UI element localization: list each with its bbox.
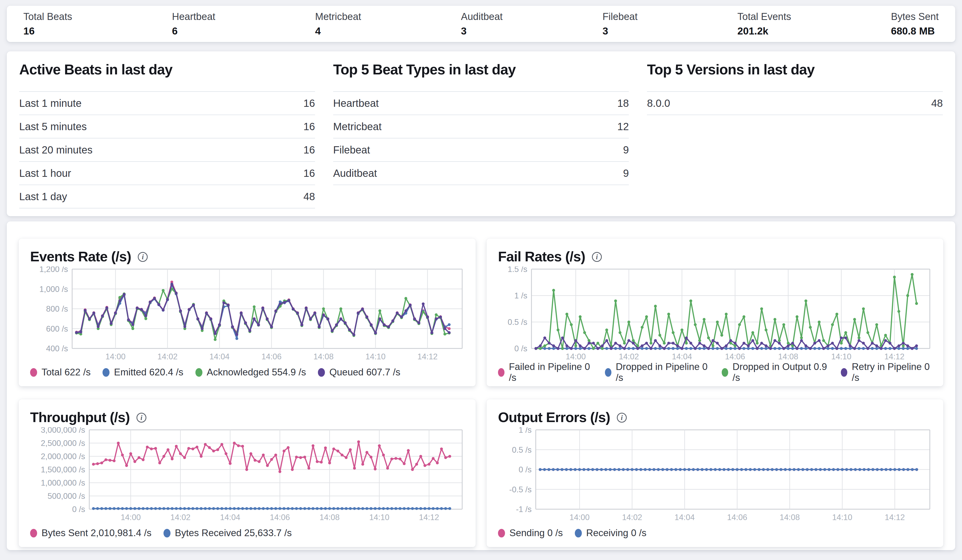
summary-row: Filebeat9 [333,138,629,161]
stat-item: Bytes Sent680.8 MB [891,11,939,37]
info-icon[interactable]: i [137,413,146,423]
svg-text:0.5 /s: 0.5 /s [508,318,527,327]
stat-label: Bytes Sent [891,11,939,22]
chart-plot[interactable]: 1.5 /s1 /s0.5 /s0 /s14:0014:0214:0414:06… [498,267,933,363]
row-value: 9 [623,167,629,179]
stat-label: Total Beats [23,11,72,22]
stat-label: Filebeat [602,11,638,22]
svg-text:0 /s: 0 /s [519,465,532,474]
row-label: Metricbeat [333,121,382,132]
chart-plot[interactable]: 3,000,000 /s2,500,000 /s2,000,000 /s1,50… [30,427,465,524]
legend-label: Dropped in Output 0.9 /s [733,361,829,383]
summary-rows: 8.0.048 [647,91,943,115]
info-icon[interactable]: i [138,252,148,262]
svg-text:-0.5 /s: -0.5 /s [509,485,531,494]
summary-row: Last 1 day48 [19,185,315,208]
svg-text:0 /s: 0 /s [72,505,85,514]
stat-value: 6 [172,26,215,37]
svg-text:0.5 /s: 0.5 /s [512,446,532,454]
legend-item: Sending 0 /s [498,528,563,539]
stat-item: Heartbeat6 [172,11,215,37]
svg-text:14:12: 14:12 [885,513,905,522]
row-value: 16 [303,121,315,132]
info-icon[interactable]: i [617,413,627,423]
summary-row: Heartbeat18 [333,91,629,114]
summary-row: Last 1 hour16 [19,161,315,185]
row-value: 9 [623,144,629,156]
stat-label: Auditbeat [461,11,503,22]
legend-label: Acknowledged 554.9 /s [207,367,306,378]
stats-bar: Total Beats16Heartbeat6Metricbeat4Auditb… [7,6,955,42]
legend-item: Emitted 620.4 /s [103,367,183,378]
panel-title: Top 5 Beat Types in last day [333,62,629,77]
stat-label: Heartbeat [172,11,215,22]
panel-title: Active Beats in last day [19,62,315,77]
legend-item: Dropped in Pipeline 0 /s [605,361,710,383]
stat-value: 680.8 MB [891,26,939,37]
legend-dot-icon [30,529,37,537]
legend-item: Bytes Sent 2,010,981.4 /s [30,528,152,539]
svg-text:14:02: 14:02 [622,513,642,522]
row-value: 48 [303,191,315,203]
svg-text:1 /s: 1 /s [519,427,532,434]
svg-text:14:06: 14:06 [725,352,745,361]
row-label: Last 1 hour [19,167,71,179]
svg-text:14:08: 14:08 [320,513,340,522]
svg-text:14:02: 14:02 [170,513,190,522]
legend-label: Bytes Received 25,633.7 /s [175,528,292,539]
svg-text:1,000 /s: 1,000 /s [39,285,68,294]
chart-title: Output Errors (/s) [498,409,610,425]
legend-item: Queued 607.7 /s [318,367,400,378]
svg-text:500,000 /s: 500,000 /s [47,492,85,500]
summary-panel: Active Beats in last dayLast 1 minute16L… [19,62,315,208]
svg-text:1 /s: 1 /s [514,291,527,300]
svg-text:800 /s: 800 /s [46,304,68,314]
stat-item: Auditbeat3 [461,11,503,37]
summary-row: Last 1 minute16 [19,91,315,114]
chart-title-row: Throughput (/s) i [30,407,465,427]
legend-dot-icon [605,368,612,377]
svg-text:14:12: 14:12 [419,513,439,522]
info-icon[interactable]: i [592,252,602,262]
stat-item: Total Beats16 [23,11,72,37]
stat-item: Filebeat3 [602,11,638,37]
stat-value: 4 [315,26,361,37]
stat-value: 3 [602,26,638,37]
legend-item: Dropped in Output 0.9 /s [722,361,829,383]
svg-text:2,000,000 /s: 2,000,000 /s [41,452,85,461]
panel-title: Top 5 Versions in last day [647,62,943,77]
chart-title: Fail Rates (/s) [498,248,585,264]
svg-text:14:06: 14:06 [727,513,747,522]
chart-title-row: Output Errors (/s) i [498,407,933,427]
stat-label: Metricbeat [315,11,361,22]
svg-text:3,000,000 /s: 3,000,000 /s [41,427,85,434]
chart-plot[interactable]: 1,200 /s1,000 /s800 /s600 /s400 /s14:001… [30,267,465,363]
row-label: Last 5 minutes [19,121,87,132]
legend-dot-icon [163,529,171,537]
stat-item: Total Events201.2k [738,11,791,37]
legend-label: Sending 0 /s [509,528,563,539]
legend-dot-icon [722,368,728,377]
svg-text:2,500,000 /s: 2,500,000 /s [41,439,85,448]
row-label: Auditbeat [333,167,377,179]
svg-text:14:02: 14:02 [619,352,639,361]
legend: Sending 0 /sReceiving 0 /s [498,525,933,541]
svg-text:14:04: 14:04 [672,352,692,361]
legend-dot-icon [498,368,505,377]
svg-text:600 /s: 600 /s [46,324,68,333]
svg-text:14:10: 14:10 [832,513,852,522]
svg-text:14:12: 14:12 [885,352,905,361]
legend-dot-icon [575,529,582,537]
svg-text:400 /s: 400 /s [46,344,68,353]
svg-text:14:06: 14:06 [270,513,290,522]
row-value: 16 [303,144,315,156]
svg-text:14:00: 14:00 [566,352,586,361]
stat-value: 3 [461,26,503,37]
legend-label: Total 622 /s [42,367,90,378]
chart-plot[interactable]: 1 /s0.5 /s0 /s-0.5 /s-1 /s14:0014:0214:0… [498,427,933,524]
legend-label: Retry in Pipeline 0 /s [852,361,933,383]
legend-item: Bytes Received 25,633.7 /s [163,528,292,539]
summary-panel: Top 5 Beat Types in last dayHeartbeat18M… [333,62,629,208]
summary-card: Active Beats in last dayLast 1 minute16L… [7,51,955,216]
svg-text:14:08: 14:08 [313,352,334,361]
